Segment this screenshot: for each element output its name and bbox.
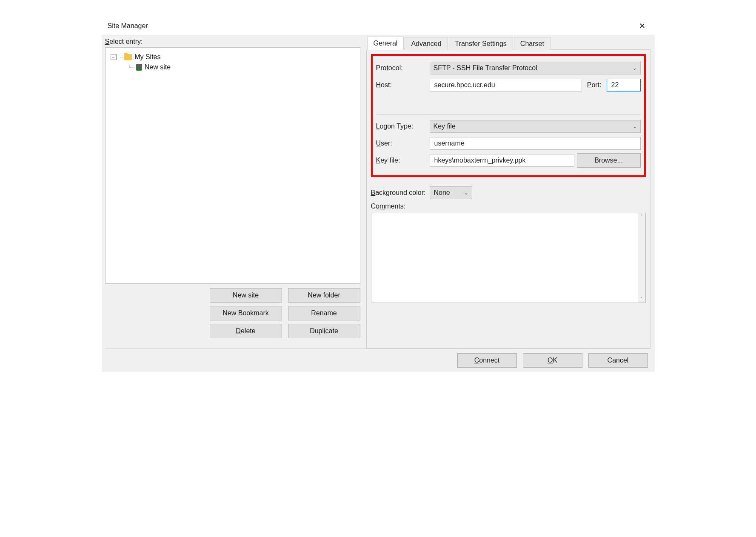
tree-child-label: New site: [145, 62, 171, 72]
host-input-field[interactable]: [434, 79, 578, 91]
close-icon[interactable]: ✕: [636, 20, 649, 32]
logon-type-select[interactable]: Key file ⌄: [430, 120, 641, 133]
tab-advanced[interactable]: Advanced: [405, 37, 448, 50]
delete-button[interactable]: Delete: [210, 324, 282, 338]
folder-icon: [124, 54, 132, 60]
tree-child-row[interactable]: └·· New site: [109, 62, 357, 72]
comments-textarea[interactable]: ˄ ˅: [371, 213, 646, 303]
new-bookmark-button[interactable]: New Bookmark: [210, 306, 282, 320]
keyfile-input[interactable]: [430, 154, 574, 167]
server-icon: [136, 64, 142, 71]
comments-label: Comments:: [371, 203, 646, 210]
tab-charset[interactable]: Charset: [514, 37, 551, 50]
tree-connector-icon: └··: [128, 62, 135, 72]
tree-connector-icon: ··: [120, 52, 124, 62]
protocol-select[interactable]: SFTP - SSH File Transfer Protocol ⌄: [430, 62, 641, 74]
rename-button[interactable]: Rename: [288, 306, 360, 320]
browse-button[interactable]: Browse...: [577, 153, 641, 168]
port-input[interactable]: [607, 79, 641, 91]
titlebar: Site Manager ✕: [102, 17, 655, 35]
site-buttons-grid: New site New folder New Bookmark Rename …: [105, 288, 360, 338]
select-entry-label: Select entry:: [105, 38, 360, 46]
window-title: Site Manager: [108, 22, 148, 30]
spacer: [376, 95, 641, 108]
site-tree-panel[interactable]: − ·· My Sites └·· New site: [105, 47, 360, 284]
background-color-select[interactable]: None ⌄: [430, 186, 472, 199]
user-label: User:: [376, 140, 427, 147]
keyfile-label: Key file:: [376, 157, 427, 164]
cancel-button[interactable]: Cancel: [588, 353, 648, 368]
duplicate-button[interactable]: Duplicate: [288, 324, 360, 338]
new-site-button[interactable]: New site: [210, 288, 282, 303]
tab-bar: General Advanced Transfer Settings Chars…: [367, 36, 650, 50]
port-label: Port:: [585, 81, 604, 89]
site-manager-window: Site Manager ✕ Select entry: // placehol…: [102, 17, 655, 372]
scroll-up-icon[interactable]: ˄: [640, 213, 643, 220]
chevron-down-icon: ⌄: [633, 123, 637, 129]
host-label: Host:: [376, 81, 427, 89]
port-input-field[interactable]: [611, 79, 637, 91]
tab-transfer-settings[interactable]: Transfer Settings: [449, 37, 513, 50]
keyfile-row: Key file: Browse...: [376, 153, 641, 168]
protocol-row: Protocol: SFTP - SSH File Transfer Proto…: [376, 61, 641, 75]
user-input[interactable]: [430, 137, 641, 150]
dialog-body: Select entry: // placeholder so underlin…: [102, 35, 655, 372]
logon-type-value: Key file: [434, 123, 456, 130]
tree-root-label: My Sites: [134, 52, 160, 62]
tree-root-row[interactable]: − ·· My Sites: [109, 52, 357, 62]
dialog-footer: Connect OK Cancel: [105, 348, 650, 369]
scroll-down-icon[interactable]: ˅: [640, 295, 643, 303]
keyfile-input-field[interactable]: [434, 154, 571, 166]
protocol-value: SFTP - SSH File Transfer Protocol: [434, 64, 537, 72]
comments-scrollbar[interactable]: ˄ ˅: [638, 213, 645, 303]
host-input[interactable]: [430, 79, 582, 91]
background-color-value: None: [434, 189, 450, 197]
section-divider: [376, 114, 641, 115]
chevron-down-icon: ⌄: [633, 65, 637, 71]
tab-general[interactable]: General: [367, 37, 404, 50]
chevron-down-icon: ⌄: [464, 190, 468, 196]
highlighted-connection-settings: Protocol: SFTP - SSH File Transfer Proto…: [371, 54, 646, 177]
user-row: User:: [376, 136, 641, 151]
ok-button[interactable]: OK: [523, 353, 582, 368]
right-column: General Advanced Transfer Settings Chars…: [366, 36, 650, 348]
new-folder-button[interactable]: New folder: [288, 288, 360, 303]
background-color-label: Background color:: [371, 189, 426, 197]
tree-collapse-icon[interactable]: −: [111, 54, 117, 60]
protocol-label: Protocol:: [376, 64, 427, 72]
logon-type-row: Logon Type: Key file ⌄: [376, 119, 641, 134]
tab-general-body: Protocol: SFTP - SSH File Transfer Proto…: [366, 50, 650, 348]
user-input-field[interactable]: [434, 137, 637, 149]
logon-type-label: Logon Type:: [376, 123, 427, 130]
connect-button[interactable]: Connect: [457, 353, 517, 368]
background-color-row: Background color: None ⌄: [371, 186, 646, 199]
left-column: Select entry: // placeholder so underlin…: [105, 36, 360, 348]
host-row: Host: Port:: [376, 78, 641, 92]
